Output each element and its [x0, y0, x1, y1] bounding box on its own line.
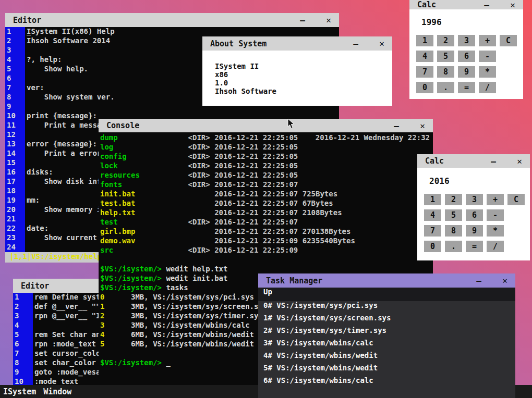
- console-segment-dir: fonts: [100, 180, 122, 189]
- calc-key-5[interactable]: 5: [445, 209, 462, 221]
- calc-key-/[interactable]: /: [479, 82, 496, 93]
- calc-key-*[interactable]: *: [487, 225, 504, 237]
- console-clock: 2016-12-21 Wednesday 22:32: [316, 133, 430, 142]
- line-number: 7: [5, 83, 25, 93]
- line-number: 7: [13, 349, 33, 358]
- about-line-vendor: Ihsoh Software: [215, 87, 392, 95]
- calc-key-C[interactable]: C: [500, 35, 517, 46]
- taskman-titlebar[interactable]: Task Manager — ✕: [258, 273, 515, 288]
- task-row[interactable]: 0# VS:/isystem/sys/pci.sys: [258, 301, 515, 314]
- line-number: 17: [5, 177, 25, 186]
- calc2-titlebar[interactable]: Calc — ✕: [417, 154, 530, 168]
- console-segment-cmd: 6MB, VS:/isystem/wbins/wedit: [104, 330, 254, 339]
- close-icon[interactable]: ✕: [323, 15, 334, 25]
- calc-key-C[interactable]: C: [507, 194, 525, 205]
- task-row[interactable]: 4# VS:/isystem/wbins/wedit: [258, 351, 515, 364]
- close-icon[interactable]: ✕: [377, 39, 387, 48]
- task-row[interactable]: 3# VS:/isystem/wbins/calc: [258, 339, 515, 351]
- calc-key-3[interactable]: 3: [466, 194, 483, 205]
- calc-key-=[interactable]: =: [466, 241, 483, 252]
- calc-key-4[interactable]: 4: [416, 51, 433, 62]
- line-number: 20: [5, 205, 25, 215]
- task-row[interactable]: 1# VS:/isystem/sys/screen.sys: [258, 314, 515, 326]
- editor-line-text: goto :mode_vesa: [33, 368, 100, 377]
- calc1-titlebar[interactable]: Calc — ✕: [409, 0, 523, 9]
- calc-key-1[interactable]: 1: [416, 35, 433, 46]
- calc-key--[interactable]: -: [479, 51, 496, 62]
- line-number: 16: [5, 168, 25, 177]
- editor-line-text: [25, 158, 27, 168]
- calc-key-2[interactable]: 2: [437, 35, 454, 46]
- console-line: src <DIR> 2016-12-21 22:25:09: [100, 245, 433, 255]
- calc-key-5[interactable]: 5: [437, 51, 454, 62]
- calc-key-=[interactable]: =: [458, 82, 475, 93]
- calc-key-6[interactable]: 6: [466, 209, 483, 221]
- calc-key-8[interactable]: 8: [437, 66, 454, 78]
- line-number: 21: [5, 215, 25, 224]
- calc-key-+[interactable]: +: [479, 35, 496, 46]
- line-number: 4: [5, 55, 25, 65]
- editor1-titlebar[interactable]: Editor — ✕: [5, 13, 339, 27]
- task-row[interactable]: 2# VS:/isystem/sys/timer.sys: [258, 326, 515, 339]
- about-titlebar[interactable]: About System — ✕: [202, 36, 392, 51]
- console-segment-dir: dump: [100, 133, 118, 142]
- calc-key-8[interactable]: 8: [445, 225, 462, 237]
- calc-key-0[interactable]: 0: [416, 82, 433, 93]
- calc-key-1[interactable]: 1: [424, 194, 441, 205]
- calc-key-7[interactable]: 7: [424, 225, 441, 237]
- minimize-icon[interactable]: —: [474, 276, 484, 285]
- minimize-icon[interactable]: —: [350, 39, 361, 48]
- editor-line-text: [33, 321, 34, 330]
- console-segment-dir: lock: [100, 161, 118, 170]
- editor-line-text: ?, help:: [25, 55, 62, 65]
- calc-key-.[interactable]: .: [437, 82, 454, 93]
- taskbar-item[interactable]: ISystem: [3, 387, 36, 396]
- line-number: 10: [13, 377, 33, 385]
- calc-key-row: 0.=/: [416, 82, 523, 93]
- line-number: 1: [5, 27, 25, 36]
- calc-key--[interactable]: -: [487, 209, 504, 221]
- calc-key-7[interactable]: 7: [416, 66, 433, 78]
- desktop: Editor — ✕ 1ISystem II(x86) Help2Ihsoh S…: [0, 0, 532, 398]
- line-number: 9: [13, 368, 33, 377]
- task-row[interactable]: 6# VS:/isystem/wbins/calc: [258, 376, 515, 389]
- calc1-body: 1996 123+C456-789*0.=/: [409, 9, 523, 93]
- line-number: 11: [5, 121, 25, 130]
- console-segment-prompt: $VS:/isystem/>: [100, 274, 162, 282]
- calc-key-2[interactable]: 2: [445, 194, 462, 205]
- calc-key-9[interactable]: 9: [466, 225, 483, 237]
- minimize-icon[interactable]: —: [481, 0, 492, 10]
- calc-display: 2016: [424, 176, 530, 186]
- editor-line-text: error {message}:: [25, 140, 97, 149]
- calc-window-1996: Calc — ✕ 1996 123+C456-789*0.=/: [409, 0, 523, 99]
- close-icon[interactable]: ✕: [500, 276, 510, 285]
- line-number: 15: [5, 158, 25, 168]
- calc-key-3[interactable]: 3: [458, 35, 475, 46]
- calc-key-*[interactable]: *: [479, 66, 496, 78]
- console-segment-meta: 2016-12-21 22:25:09 6235540Bytes: [135, 237, 355, 245]
- task-row[interactable]: 5# VS:/isystem/wbins/wedit: [258, 364, 515, 376]
- minimize-icon[interactable]: —: [391, 121, 402, 131]
- minimize-icon[interactable]: —: [488, 156, 499, 166]
- editor-line-text: [25, 74, 27, 83]
- minimize-icon[interactable]: —: [297, 15, 308, 25]
- calc-key-6[interactable]: 6: [458, 51, 475, 62]
- console-segment-meta: <DIR> 2016-12-21 22:25:05: [113, 143, 298, 151]
- taskbar-item[interactable]: Window: [43, 387, 71, 396]
- close-icon[interactable]: ✕: [514, 156, 525, 166]
- calc-key-/[interactable]: /: [487, 241, 504, 252]
- calc-key-0[interactable]: 0: [424, 241, 441, 252]
- console-titlebar[interactable]: Console — ✕: [99, 119, 433, 132]
- close-icon[interactable]: ✕: [507, 0, 518, 10]
- calc-key-+[interactable]: +: [487, 194, 504, 205]
- close-icon[interactable]: ✕: [417, 121, 428, 131]
- editor1-title: Editor: [5, 16, 41, 25]
- console-line: resources <DIR> 2016-12-21 22:25:05: [100, 170, 433, 180]
- calc-key-9[interactable]: 9: [458, 66, 475, 78]
- calc-key-4[interactable]: 4: [424, 209, 441, 221]
- calc-key-.[interactable]: .: [445, 241, 462, 252]
- taskman-task-list: 0# VS:/isystem/sys/pci.sys1# VS:/isystem…: [258, 301, 515, 389]
- editor-line-text: [25, 215, 27, 224]
- console-segment-meta: <DIR> 2016-12-21 22:25:05: [118, 161, 298, 170]
- console-line: fonts <DIR> 2016-12-21 22:25:07: [100, 180, 433, 189]
